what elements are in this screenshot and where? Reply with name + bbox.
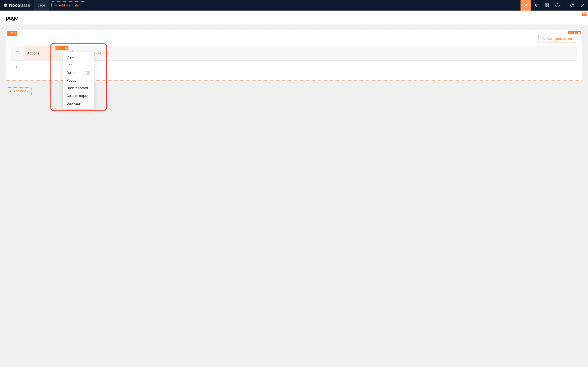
dropdown-item-popup[interactable]: Popup	[63, 76, 94, 84]
svg-rect-3	[545, 6, 546, 7]
svg-point-7	[572, 6, 572, 6]
grid-icon[interactable]	[542, 0, 552, 10]
dropdown-item-update-record[interactable]: Update record	[63, 84, 94, 92]
plus-icon: +	[61, 47, 63, 50]
dropdown-item-label: View	[67, 55, 74, 59]
dropdown-item-label: Duplicate	[67, 101, 80, 105]
block-actions-row: Configure actions	[11, 35, 577, 42]
nav-tab-label: page	[37, 3, 45, 7]
column-settings-button[interactable]	[64, 46, 69, 50]
page-settings-handle[interactable]	[582, 12, 587, 16]
add-menu-item-label: Add menu item	[59, 3, 81, 7]
brand-part2: Base	[20, 3, 30, 8]
divider	[565, 3, 565, 8]
table-header: Actions + + Conf	[11, 46, 577, 61]
topbar: NocoBase page + Add menu item	[0, 0, 588, 10]
column-add-left-button[interactable]: +	[55, 46, 60, 50]
dropdown-item-edit[interactable]: Edit	[63, 61, 94, 69]
page-header: page	[0, 10, 588, 25]
svg-point-9	[543, 38, 544, 39]
plus-icon: +	[569, 31, 571, 34]
table: Actions + + Conf	[11, 46, 577, 73]
brand[interactable]: NocoBase	[0, 0, 34, 10]
toggle-knob	[84, 71, 87, 74]
dropdown-item-label: Popup	[67, 78, 76, 82]
table-row[interactable]: 1	[11, 61, 577, 73]
add-block-button[interactable]: + Add block	[6, 87, 32, 95]
dropdown-item-label: Update record	[67, 86, 88, 90]
dropdown-item-label: Delete	[67, 71, 76, 75]
dropdown-item-label: Custom request	[67, 94, 90, 98]
svg-rect-2	[547, 4, 549, 5]
topbar-actions	[520, 0, 588, 10]
user-icon[interactable]	[578, 0, 588, 10]
select-all-cell	[16, 51, 24, 55]
dropdown-item-custom-request[interactable]: Custom request	[63, 92, 94, 100]
gear-icon	[542, 37, 545, 41]
block-settings-button[interactable]	[577, 31, 581, 34]
block-add-left-button[interactable]: +	[568, 31, 572, 34]
help-icon[interactable]	[567, 0, 578, 10]
actions-column-label: Actions	[27, 51, 39, 55]
row-index: 1	[16, 65, 24, 69]
block-controls: + +	[568, 31, 581, 34]
toggle-switch[interactable]	[84, 71, 90, 75]
configure-actions-button[interactable]: Configure actions	[538, 35, 577, 42]
plus-icon: +	[9, 90, 11, 93]
svg-point-8	[582, 4, 583, 5]
plus-icon: +	[55, 4, 57, 7]
svg-point-5	[557, 5, 558, 6]
configure-actions-label: Configure actions	[547, 37, 574, 41]
actions-column-header[interactable]: Actions + +	[24, 46, 60, 60]
add-block-label: Add block	[13, 89, 28, 93]
nav-tab-page[interactable]: page	[34, 0, 49, 10]
plugin-icon[interactable]	[531, 0, 542, 10]
brand-part1: Noco	[9, 3, 20, 8]
plus-icon: +	[574, 31, 576, 34]
dropdown-item-view[interactable]: View	[63, 53, 94, 61]
brand-text: NocoBase	[9, 3, 30, 8]
brand-cube-icon	[3, 3, 8, 8]
design-mode-icon[interactable]	[520, 0, 531, 10]
add-menu-item-button[interactable]: + Add menu item	[52, 1, 85, 9]
dropdown-item-delete[interactable]: Delete	[63, 69, 94, 76]
plus-icon: +	[57, 47, 59, 50]
menu-bars-icon	[65, 47, 68, 49]
page-title: page	[6, 15, 582, 21]
gear-icon[interactable]	[552, 0, 563, 10]
column-controls: + +	[55, 46, 69, 50]
dropdown-item-label: Edit	[67, 63, 72, 67]
menu-bars-icon	[578, 32, 580, 33]
svg-rect-4	[547, 6, 549, 7]
actions-dropdown-menu: ViewEditDeletePopupUpdate recordCustom r…	[63, 52, 94, 109]
configure-columns-cell: Configure columns	[60, 50, 572, 57]
dropdown-item-duplicate[interactable]: Duplicate	[63, 100, 94, 107]
column-add-right-button[interactable]: +	[60, 46, 64, 50]
select-all-checkbox[interactable]	[16, 51, 19, 55]
svg-rect-1	[545, 4, 546, 5]
menu-bars-icon	[583, 13, 586, 15]
block-badge: Users	[7, 31, 17, 36]
block-add-right-button[interactable]: +	[572, 31, 577, 34]
